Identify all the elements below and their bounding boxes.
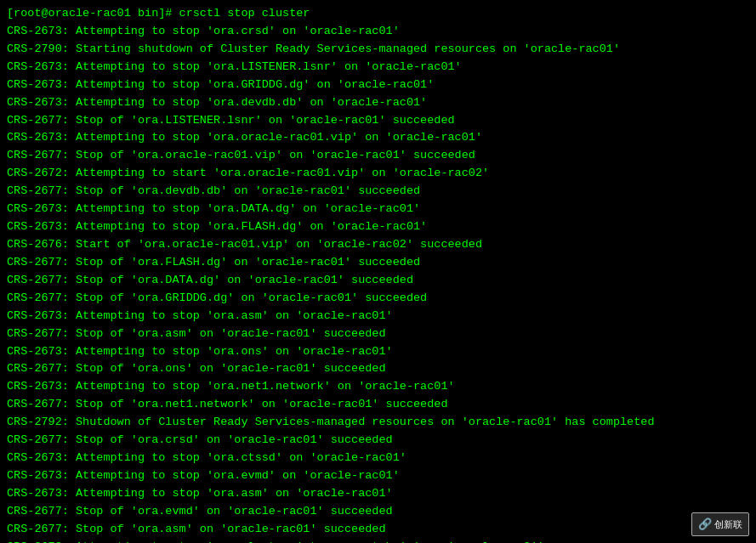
terminal-line: CRS-2677: Stop of 'ora.LISTENER.lsnr' on…	[7, 112, 749, 130]
terminal-line: CRS-2673: Attempting to stop 'ora.oracle…	[7, 129, 749, 147]
terminal-line: CRS-2673: Attempting to stop 'ora.ctssd'…	[7, 450, 749, 467]
terminal-line: CRS-2673: Attempting to stop 'ora.devdb.…	[7, 94, 749, 112]
terminal-line: CRS-2673: Attempting to stop 'ora.FLASH.…	[7, 218, 749, 236]
terminal-line: CRS-2673: Attempting to stop 'ora.cluste…	[7, 539, 749, 543]
terminal-line: CRS-2672: Attempting to start 'ora.oracl…	[7, 165, 749, 183]
terminal-line: CRS-2673: Attempting to stop 'ora.evmd' …	[7, 467, 749, 485]
watermark-icon: 🔗	[698, 518, 712, 530]
terminal-line: CRS-2677: Stop of 'ora.ons' on 'oracle-r…	[7, 360, 749, 378]
terminal-line: CRS-2677: Stop of 'ora.crsd' on 'oracle-…	[7, 432, 749, 450]
terminal-window: [root@oracle-rac01 bin]# crsctl stop clu…	[0, 0, 756, 543]
terminal-line: CRS-2673: Attempting to stop 'ora.ons' o…	[7, 343, 749, 361]
terminal-line: [root@oracle-rac01 bin]# crsctl stop clu…	[7, 5, 749, 23]
terminal-line: CRS-2673: Attempting to stop 'ora.crsd' …	[7, 23, 749, 41]
terminal-line: CRS-2677: Stop of 'ora.GRIDDG.dg' on 'or…	[7, 290, 749, 308]
terminal-line: CRS-2677: Stop of 'ora.asm' on 'oracle-r…	[7, 521, 749, 539]
terminal-line: CRS-2673: Attempting to stop 'ora.LISTEN…	[7, 59, 749, 76]
watermark-badge: 🔗 创新联	[691, 512, 749, 536]
terminal-line: CRS-2677: Stop of 'ora.net1.network' on …	[7, 396, 749, 414]
watermark-text: 创新联	[714, 519, 742, 529]
terminal-line: CRS-2677: Stop of 'ora.FLASH.dg' on 'ora…	[7, 254, 749, 272]
terminal-line: CRS-2673: Attempting to stop 'ora.DATA.d…	[7, 201, 749, 218]
terminal-line: CRS-2677: Stop of 'ora.DATA.dg' on 'orac…	[7, 272, 749, 290]
terminal-line: CRS-2673: Attempting to stop 'ora.GRIDDG…	[7, 76, 749, 94]
terminal-output: [root@oracle-rac01 bin]# crsctl stop clu…	[7, 5, 749, 543]
terminal-line: CRS-2677: Stop of 'ora.asm' on 'oracle-r…	[7, 325, 749, 343]
terminal-line: CRS-2677: Stop of 'ora.evmd' on 'oracle-…	[7, 503, 749, 521]
terminal-line: CRS-2792: Shutdown of Cluster Ready Serv…	[7, 414, 749, 432]
terminal-line: CRS-2673: Attempting to stop 'ora.asm' o…	[7, 308, 749, 325]
terminal-line: CRS-2673: Attempting to stop 'ora.net1.n…	[7, 378, 749, 396]
terminal-line: CRS-2677: Stop of 'ora.oracle-rac01.vip'…	[7, 147, 749, 165]
terminal-line: CRS-2677: Stop of 'ora.devdb.db' on 'ora…	[7, 183, 749, 201]
terminal-line: CRS-2790: Starting shutdown of Cluster R…	[7, 41, 749, 59]
terminal-line: CRS-2673: Attempting to stop 'ora.asm' o…	[7, 485, 749, 503]
terminal-line: CRS-2676: Start of 'ora.oracle-rac01.vip…	[7, 236, 749, 254]
